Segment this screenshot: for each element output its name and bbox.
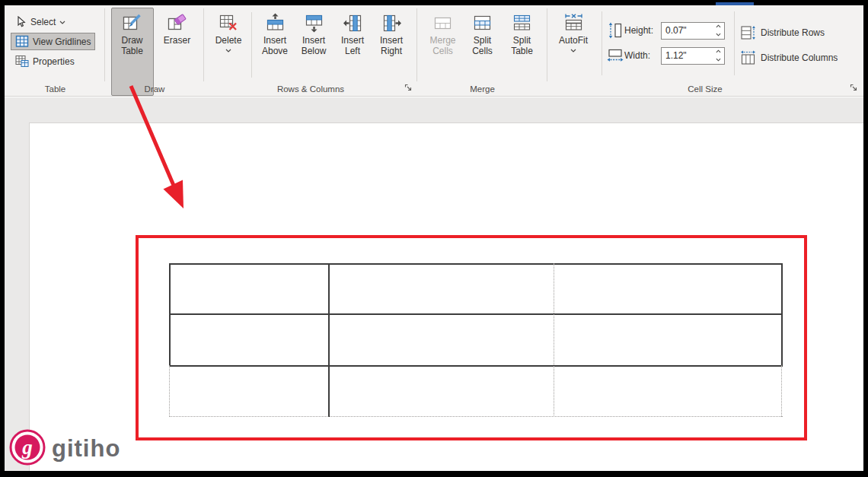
- split-cells-button[interactable]: Split Cells: [464, 8, 502, 96]
- inner-separator: [734, 11, 735, 75]
- eraser-icon: [167, 13, 187, 33]
- annotation-rectangle: [136, 235, 807, 440]
- split-table-button[interactable]: Split Table: [503, 8, 541, 96]
- height-spin-down-icon[interactable]: [713, 30, 724, 39]
- eraser-button[interactable]: Eraser: [156, 8, 199, 96]
- autofit-icon: [563, 13, 584, 33]
- chevron-down-icon: [570, 49, 576, 52]
- insert-left-button[interactable]: Insert Left: [333, 8, 372, 78]
- height-field-row: Height:: [606, 21, 725, 40]
- svg-text:g: g: [21, 436, 33, 459]
- ribbon-group-rows-columns: Delete Insert Above Insert Below: [205, 5, 416, 96]
- document-area: g gitiho: [5, 97, 863, 471]
- delete-table-icon: [219, 13, 239, 33]
- select-button[interactable]: Select: [11, 14, 70, 30]
- height-input[interactable]: [662, 23, 713, 39]
- distribute-columns-icon: [740, 50, 756, 65]
- column-width-icon: [606, 48, 624, 63]
- merge-cells-button: Merge Cells: [424, 8, 462, 96]
- height-label: Height:: [624, 25, 661, 36]
- merge-cells-label: Merge Cells: [425, 36, 461, 57]
- width-spin-up-icon[interactable]: [713, 48, 724, 56]
- ribbon-group-table: Select View Gridlines Properties Table: [6, 5, 104, 96]
- distribute-columns-label: Distribute Columns: [761, 52, 838, 63]
- height-spinbox: [661, 22, 725, 40]
- properties-label: Properties: [33, 56, 75, 67]
- active-tab-indicator: [716, 2, 754, 5]
- width-spinbox: [661, 47, 725, 65]
- select-label: Select: [30, 17, 56, 27]
- inner-separator: [251, 12, 252, 78]
- gridlines-table-icon: [15, 35, 29, 48]
- chevron-down-icon: [225, 49, 231, 52]
- group-label-rows-columns: Rows & Columns: [205, 84, 416, 94]
- insert-right-icon: [381, 13, 402, 33]
- group-separator: [416, 8, 417, 81]
- draw-table-icon: [122, 13, 142, 33]
- merge-cells-icon: [432, 13, 453, 33]
- eraser-label: Eraser: [164, 36, 190, 46]
- insert-right-button[interactable]: Insert Right: [372, 8, 410, 78]
- table-properties-icon: [15, 55, 29, 68]
- group-label-draw: Draw: [106, 84, 203, 94]
- autofit-label: AutoFit: [559, 36, 588, 46]
- height-spin-up-icon[interactable]: [713, 23, 724, 31]
- view-gridlines-button[interactable]: View Gridlines: [11, 33, 95, 50]
- width-input[interactable]: [662, 48, 713, 64]
- group-separator: [547, 8, 547, 81]
- autofit-button[interactable]: AutoFit: [551, 8, 595, 78]
- split-table-label: Split Table: [504, 36, 541, 57]
- distribute-rows-label: Distribute Rows: [761, 27, 825, 38]
- insert-above-button[interactable]: Insert Above: [256, 8, 294, 78]
- gitiho-logo: g gitiho: [5, 426, 142, 475]
- width-label: Width:: [624, 50, 661, 61]
- cell-size-dialog-launcher-icon[interactable]: [848, 82, 859, 93]
- ribbon-group-cell-size: AutoFit Height:: [548, 5, 862, 96]
- split-cells-icon: [472, 13, 493, 33]
- group-separator: [104, 8, 105, 81]
- cursor-arrow-icon: [15, 16, 27, 28]
- distribute-rows-icon: [740, 25, 756, 40]
- group-label-table: Table: [6, 84, 104, 94]
- split-cells-label: Split Cells: [464, 36, 501, 57]
- frame-border-left: [0, 0, 5, 477]
- width-spin-down-icon[interactable]: [713, 56, 724, 64]
- insert-left-icon: [343, 13, 363, 33]
- inner-separator: [602, 11, 602, 75]
- insert-below-icon: [304, 13, 324, 33]
- group-separator: [203, 8, 204, 81]
- distribute-columns-button[interactable]: Distribute Columns: [740, 49, 838, 66]
- insert-right-label: Insert Right: [373, 36, 410, 57]
- insert-above-icon: [265, 13, 286, 33]
- insert-above-label: Insert Above: [257, 36, 293, 57]
- delete-label: Delete: [215, 36, 242, 46]
- delete-button[interactable]: Delete: [209, 8, 247, 78]
- row-height-icon: [606, 22, 624, 39]
- ribbon-group-draw: Draw Table Eraser Draw: [106, 5, 203, 96]
- group-label-merge: Merge: [418, 84, 547, 94]
- chevron-down-icon: [59, 21, 65, 24]
- frame-border-right: [863, 0, 868, 477]
- draw-table-button[interactable]: Draw Table: [111, 8, 154, 96]
- insert-below-button[interactable]: Insert Below: [295, 8, 333, 78]
- width-field-row: Width:: [606, 46, 725, 65]
- insert-below-label: Insert Below: [295, 36, 332, 57]
- distribute-rows-button[interactable]: Distribute Rows: [740, 24, 825, 41]
- ribbon-group-merge: Merge Cells Split Cells Split Table Merg…: [418, 5, 547, 96]
- view-gridlines-label: View Gridlines: [33, 37, 91, 47]
- ribbon: Select View Gridlines Properties Table: [5, 5, 863, 97]
- split-table-icon: [512, 13, 532, 33]
- properties-button[interactable]: Properties: [11, 52, 79, 70]
- draw-table-label: Draw Table: [113, 36, 152, 57]
- gitiho-logo-text: gitiho: [52, 435, 120, 462]
- frame-border-bottom: [0, 471, 868, 477]
- insert-left-label: Insert Left: [334, 36, 371, 57]
- screenshot-frame: Select View Gridlines Properties Table: [0, 0, 868, 477]
- group-label-cell-size: Cell Size: [548, 84, 862, 94]
- rows-columns-dialog-launcher-icon[interactable]: [403, 82, 413, 93]
